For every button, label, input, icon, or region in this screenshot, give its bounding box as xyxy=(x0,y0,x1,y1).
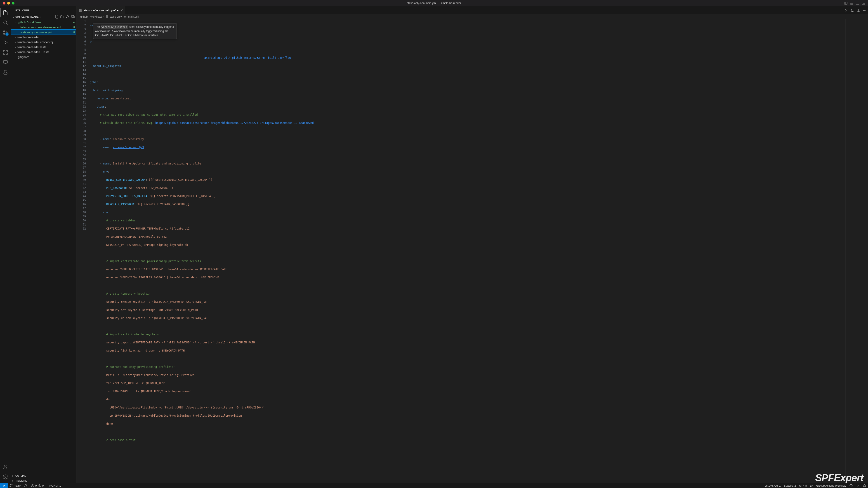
statusbar: main* 0 0 -- NORMAL -- Ln 146, Col 1 Spa… xyxy=(0,483,868,488)
refresh-icon[interactable] xyxy=(66,15,69,19)
svg-marker-27 xyxy=(851,9,853,11)
svg-point-39 xyxy=(850,484,852,487)
remote-indicator[interactable] xyxy=(0,483,8,488)
traffic-lights xyxy=(0,2,14,4)
cursor-position[interactable]: Ln 146, Col 1 xyxy=(763,484,782,488)
warning-icon xyxy=(37,484,41,488)
customize-layout-icon[interactable] xyxy=(862,1,865,5)
notifications-button[interactable] xyxy=(861,484,868,488)
file-gitignore[interactable]: .gitignore xyxy=(11,55,76,59)
breadcrumbs[interactable]: .github › workflows › static-only-non-ma… xyxy=(76,14,868,19)
chevron-right-icon: › xyxy=(14,40,17,44)
vim-mode: -- NORMAL -- xyxy=(45,484,65,487)
sidebar-header: EXPLORER ⋯ xyxy=(11,6,76,14)
folder-xcodeproj[interactable]: › simple-hn-reader.xcodeproj xyxy=(11,39,76,44)
new-file-icon[interactable] xyxy=(55,15,59,19)
chevron-right-icon: › xyxy=(14,51,17,54)
debug-icon xyxy=(3,40,8,45)
activity-extensions[interactable] xyxy=(0,48,11,57)
toggle-panel-icon[interactable] xyxy=(844,1,848,5)
code-content[interactable]: name: "Build and scan - static only" on:… xyxy=(90,19,845,483)
svg-point-33 xyxy=(11,484,12,485)
folder-tests[interactable]: › simple-hn-readerTests xyxy=(11,44,76,50)
encoding[interactable]: UTF-8 xyxy=(798,484,808,488)
activity-remote[interactable] xyxy=(0,58,11,67)
activity-testing[interactable] xyxy=(0,68,11,77)
activity-run-debug[interactable] xyxy=(0,38,11,47)
activity-explorer[interactable] xyxy=(0,8,11,17)
toggle-secondary-icon[interactable] xyxy=(856,1,860,5)
debug-run-icon[interactable] xyxy=(850,8,854,12)
eol[interactable]: LF xyxy=(808,484,815,488)
problems-indicator[interactable]: 0 0 xyxy=(29,484,45,488)
sync-indicator[interactable] xyxy=(22,484,29,488)
svg-rect-15 xyxy=(3,51,5,52)
new-folder-icon[interactable] xyxy=(60,15,64,19)
titlebar: static-only-non-main.yml — simple-hn-rea… xyxy=(0,0,868,6)
close-window-button[interactable] xyxy=(3,2,5,4)
files-icon xyxy=(3,10,8,15)
outline-section[interactable]: › OUTLINE xyxy=(11,473,76,478)
file-tree: ⌄ .github / workflows ● full-scan-on-pr-… xyxy=(11,19,76,473)
collapse-all-icon[interactable] xyxy=(71,15,75,19)
maximize-window-button[interactable] xyxy=(12,2,14,4)
project-name: SIMPLE-HN-READER xyxy=(16,15,40,18)
sidebar: EXPLORER ⋯ ⌄ SIMPLE-HN-READER ⌄ .github … xyxy=(11,6,76,483)
sync-icon xyxy=(24,484,28,488)
yaml-file-icon xyxy=(79,8,82,12)
svg-point-28 xyxy=(852,11,854,12)
account-icon xyxy=(3,464,8,469)
chevron-right-icon: › xyxy=(12,480,16,482)
close-tab-button[interactable]: ✕ xyxy=(120,8,123,12)
chevron-down-icon: ⌄ xyxy=(14,21,17,24)
tab-static-only[interactable]: static-only-non-main.yml ● ✕ xyxy=(76,6,125,14)
beaker-icon xyxy=(3,70,8,75)
file-full-scan[interactable]: full-scan-on-pr-and-release.yml U xyxy=(11,25,76,30)
toggle-sidebar-icon[interactable] xyxy=(850,1,854,5)
chevron-down-icon: ⌄ xyxy=(12,15,16,18)
activity-source-control[interactable]: 1 xyxy=(0,28,11,37)
svg-point-9 xyxy=(4,21,7,24)
explorer-more-button[interactable]: ⋯ xyxy=(70,9,73,12)
svg-rect-4 xyxy=(856,2,859,4)
chevron-right-icon: › xyxy=(12,475,16,477)
editor-body[interactable]: 1234567891011121314151617181920212223242… xyxy=(76,19,868,483)
svg-point-23 xyxy=(4,465,6,467)
folder-github-workflows[interactable]: ⌄ .github / workflows ● xyxy=(11,20,76,25)
activity-accounts[interactable] xyxy=(0,462,11,471)
tab-bar: static-only-non-main.yml ● ✕ ⋯ xyxy=(76,6,868,14)
svg-point-31 xyxy=(10,484,11,485)
remote-icon xyxy=(2,484,6,488)
editor-area: static-only-non-main.yml ● ✕ ⋯ .github ›… xyxy=(76,6,868,483)
file-static-only[interactable]: static-only-non-main.yml U xyxy=(11,30,76,35)
scm-badge: 1 xyxy=(5,33,8,36)
project-header[interactable]: ⌄ SIMPLE-HN-READER xyxy=(11,14,76,19)
remote-explorer-icon xyxy=(3,60,8,65)
indentation[interactable]: Spaces: 2 xyxy=(782,484,798,488)
feedback-button[interactable] xyxy=(848,484,855,488)
svg-rect-6 xyxy=(862,2,865,4)
error-icon xyxy=(31,484,34,488)
timeline-section[interactable]: › TIMELINE xyxy=(11,478,76,483)
explorer-title: EXPLORER xyxy=(16,9,30,12)
folder-simple-hn-reader[interactable]: › simple-hn-reader xyxy=(11,35,76,39)
minimap[interactable] xyxy=(845,19,868,483)
branch-indicator[interactable]: main* xyxy=(8,484,22,488)
svg-point-11 xyxy=(4,31,5,32)
git-branch-icon xyxy=(9,484,13,488)
run-icon[interactable] xyxy=(844,8,848,12)
chevron-right-icon: › xyxy=(14,45,17,49)
folder-uitests[interactable]: › simple-hn-readerUITests xyxy=(11,50,76,55)
gear-icon xyxy=(3,474,8,480)
check-icon xyxy=(856,484,860,488)
window-title: static-only-non-main.yml — simple-hn-rea… xyxy=(407,2,461,5)
minimize-window-button[interactable] xyxy=(7,2,10,4)
activity-search[interactable] xyxy=(0,18,11,27)
prettier-button[interactable] xyxy=(855,484,861,488)
svg-rect-19 xyxy=(3,61,7,63)
svg-rect-25 xyxy=(72,15,74,18)
language-mode[interactable]: GitHub Actions Workflow xyxy=(815,484,848,488)
activity-settings[interactable] xyxy=(0,472,11,481)
editor-more-button[interactable]: ⋯ xyxy=(863,9,866,12)
split-editor-icon[interactable] xyxy=(857,8,860,12)
